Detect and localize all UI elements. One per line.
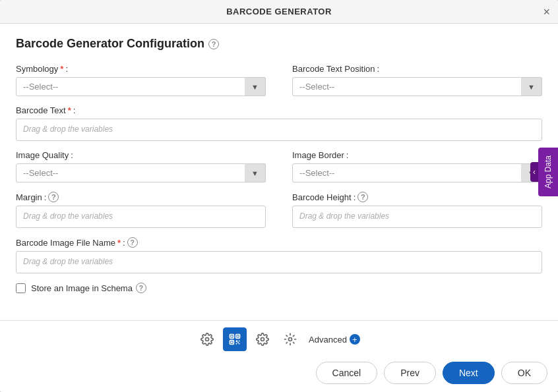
svg-point-0 — [206, 338, 209, 341]
barcode-height-field: Barcode Height : ? Drag & drop the varia… — [292, 192, 542, 228]
modal: BARCODE GENERATOR × Barcode Generator Co… — [0, 0, 558, 392]
advanced-plus-icon: + — [350, 334, 360, 345]
symbology-required: * — [60, 64, 63, 74]
advanced-button[interactable]: Advanced + — [306, 334, 363, 345]
svg-rect-9 — [236, 343, 237, 345]
app-data-tab[interactable]: App Data — [538, 148, 558, 196]
image-border-label: Image Border : — [292, 150, 542, 160]
svg-point-13 — [289, 338, 292, 341]
barcode-text-position-label: Barcode Text Position : — [292, 64, 542, 74]
qr-code-icon — [228, 333, 241, 346]
image-quality-select[interactable]: --Select-- — [16, 163, 266, 182]
svg-rect-10 — [237, 342, 239, 343]
symbology-field: Symbology * : --Select-- ▼ — [16, 64, 266, 96]
svg-rect-11 — [239, 343, 240, 345]
margin-help-icon[interactable]: ? — [48, 192, 59, 202]
image-border-select[interactable]: --Select-- — [292, 163, 542, 182]
gear-icon-3-button[interactable] — [278, 327, 302, 351]
barcode-height-help-icon[interactable]: ? — [357, 192, 368, 202]
footer-toolbar: Advanced + Cancel Prev Next OK — [0, 320, 558, 392]
barcode-text-label: Barcode Text * : — [16, 105, 542, 115]
store-image-label[interactable]: Store an Image in Schema ? — [31, 283, 146, 293]
ok-button[interactable]: OK — [501, 362, 547, 384]
title-bar: BARCODE GENERATOR × — [0, 0, 558, 24]
barcode-text-input[interactable]: Drag & drop the variables — [16, 119, 542, 141]
svg-rect-7 — [236, 341, 238, 343]
gear-icon-1-button[interactable] — [195, 327, 219, 351]
form-row-3: Image Quality : --Select-- ▼ Image Borde… — [16, 150, 542, 182]
barcode-image-file-name-input[interactable]: Drag & drop the variables — [16, 251, 542, 273]
svg-rect-6 — [231, 341, 233, 343]
barcode-text-field: Barcode Text * : Drag & drop the variabl… — [16, 105, 542, 141]
content-area: Barcode Generator Configuration ? Symbol… — [0, 24, 558, 320]
qr-code-icon-button[interactable] — [223, 327, 247, 351]
form-row-5: Barcode Image File Name * : ? Drag & dro… — [16, 237, 542, 273]
icon-bar: Advanced + — [11, 327, 547, 356]
symbology-select-wrapper: --Select-- ▼ — [16, 77, 266, 96]
image-border-field: Image Border : --Select-- ▼ — [292, 150, 542, 182]
page-title: Barcode Generator Configuration ? — [16, 37, 542, 51]
store-image-help-icon[interactable]: ? — [136, 283, 146, 293]
form-row-4: Margin : ? Drag & drop the variables Bar… — [16, 192, 542, 228]
image-border-select-wrapper: --Select-- ▼ — [292, 163, 542, 182]
prev-button[interactable]: Prev — [384, 362, 436, 384]
image-quality-select-wrapper: --Select-- ▼ — [16, 163, 266, 182]
gear-icon-2-button[interactable] — [251, 327, 274, 351]
barcode-image-file-name-field: Barcode Image File Name * : ? Drag & dro… — [16, 237, 542, 273]
barcode-height-input[interactable]: Drag & drop the variables — [292, 206, 542, 228]
image-quality-label: Image Quality : — [16, 150, 266, 160]
cancel-button[interactable]: Cancel — [316, 362, 378, 384]
close-button[interactable]: × — [543, 6, 550, 18]
symbology-label: Symbology * : — [16, 64, 266, 74]
store-image-checkbox[interactable] — [16, 283, 26, 293]
margin-input[interactable]: Drag & drop the variables — [16, 206, 266, 228]
barcode-image-file-name-label: Barcode Image File Name * : ? — [16, 237, 542, 248]
app-data-tab-wrapper[interactable]: ‹ App Data — [530, 148, 558, 196]
svg-rect-2 — [231, 335, 233, 337]
barcode-text-required: * — [68, 105, 71, 115]
file-name-help-icon[interactable]: ? — [127, 237, 138, 248]
svg-rect-8 — [239, 341, 240, 342]
margin-field: Margin : ? Drag & drop the variables — [16, 192, 266, 228]
form-row-2: Barcode Text * : Drag & drop the variabl… — [16, 105, 542, 141]
image-quality-field: Image Quality : --Select-- ▼ — [16, 150, 266, 182]
form-row-1: Symbology * : --Select-- ▼ Barcode Text … — [16, 64, 542, 96]
next-button[interactable]: Next — [443, 362, 495, 384]
modal-title: BARCODE GENERATOR — [226, 7, 332, 16]
symbology-select[interactable]: --Select-- — [16, 77, 266, 96]
svg-point-12 — [261, 338, 264, 341]
barcode-text-position-select[interactable]: --Select-- — [292, 77, 542, 96]
app-data-chevron[interactable]: ‹ — [530, 162, 538, 182]
gear-icon-1 — [201, 333, 214, 346]
barcode-text-position-select-wrapper: --Select-- ▼ — [292, 77, 542, 96]
barcode-height-label: Barcode Height : ? — [292, 192, 542, 202]
gear-icon-3 — [284, 333, 297, 346]
page-title-help-icon[interactable]: ? — [208, 39, 219, 49]
file-name-required: * — [117, 238, 121, 248]
svg-rect-4 — [237, 335, 239, 337]
barcode-text-position-field: Barcode Text Position : --Select-- ▼ — [292, 64, 542, 96]
store-image-row: Store an Image in Schema ? — [16, 283, 542, 293]
margin-label: Margin : ? — [16, 192, 266, 202]
action-bar: Cancel Prev Next OK — [11, 356, 547, 392]
gear-icon-2 — [256, 333, 269, 346]
